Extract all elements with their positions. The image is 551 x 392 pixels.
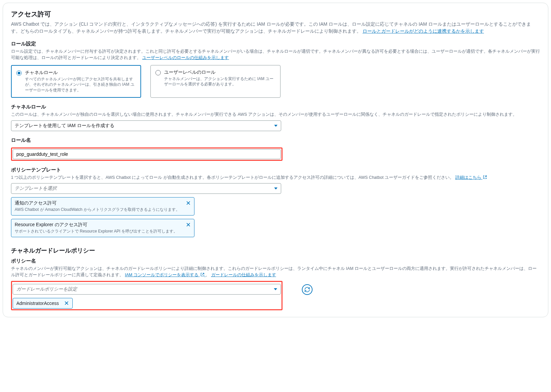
user-level-roles-link[interactable]: ユーザーレベルのロールの仕組みを示します xyxy=(142,55,229,60)
radio-icon xyxy=(16,70,22,76)
policy-template-link-text: 詳細はこちら xyxy=(455,175,481,180)
policy-template-placeholder: テンプレートを選択 xyxy=(15,185,57,191)
guardrail-token-admin-access: AdministratorAccess ✕ xyxy=(13,298,73,309)
channel-role-title: チャネルロール xyxy=(11,104,540,110)
guardrail-placeholder: ガードレールポリシーを設定 xyxy=(16,286,77,292)
policy-token-desc: AWS Chatbot が Amazon CloudWatch からメトリクスグ… xyxy=(15,207,180,213)
policy-template-select[interactable]: テンプレートを選択 xyxy=(11,183,281,194)
channel-role-select-value: テンプレートを使用して IAM ロールを作成する xyxy=(15,123,114,129)
guardrail-highlight: ガードレールポリシーを設定 AdministratorAccess ✕ xyxy=(11,281,283,310)
role-setting-title: ロール設定 xyxy=(11,41,540,47)
policy-name-label: ポリシー名 xyxy=(11,258,540,264)
role-name-title: ロール名 xyxy=(11,137,540,143)
iam-console-policies-link[interactable]: IAM コンソールでポリシーを表示する xyxy=(125,273,205,277)
role-setting-desc: ロール設定では、チャネルメンバーに付与する許可が決定されます。これと同じ許可を必… xyxy=(11,48,540,61)
access-permissions-desc: AWS Chatbot では、アクション (CLI コマンドの実行と、インタラク… xyxy=(11,21,540,35)
guardrail-policy-title: チャネルガードレールポリシー xyxy=(11,247,540,255)
policy-token-resource-explorer: Resource Explorer のアクセス許可 サポートされているクライアン… xyxy=(11,219,194,237)
user-level-role-radio[interactable]: ユーザーレベルのロール チャネルメンバーは、アクションを実行するために IAM … xyxy=(150,65,281,98)
access-permissions-title: アクセス許可 xyxy=(11,10,540,19)
close-icon[interactable]: ✕ xyxy=(186,200,191,206)
guardrail-desc: チャネルのメンバーが実行可能なアクションは、チャネルのガードレールポリシーにより… xyxy=(11,266,540,278)
radio-icon xyxy=(155,70,161,75)
policy-token-desc: サポートされているクライアントで Resource Explorer API を… xyxy=(15,229,177,234)
policy-template-desc: 1 つ以上のポリシーテンプレートを選択すると、AWS Chatbot によってロ… xyxy=(11,174,540,181)
policy-token-title: Resource Explorer のアクセス許可 xyxy=(15,222,177,228)
chevron-down-icon xyxy=(274,187,278,189)
channel-role-select[interactable]: テンプレートを使用して IAM ロールを作成する xyxy=(11,120,281,131)
roles-guardrails-link[interactable]: ロールとガードレールがどのように連携するかを示します xyxy=(363,28,484,34)
user-level-role-radio-desc: チャネルメンバーは、アクションを実行するために IAM ユーザーロールを選択する… xyxy=(164,76,276,87)
user-level-role-radio-title: ユーザーレベルのロール xyxy=(164,69,276,75)
guardrail-mechanism-link[interactable]: ガードレールの仕組みを示します xyxy=(211,273,276,277)
policy-token-title: 通知のアクセス許可 xyxy=(15,200,180,206)
policy-template-details-link[interactable]: 詳細はこちら xyxy=(455,175,487,180)
channel-role-radio-desc: すべてのチャネルメンバーが同じアクセス許可を共有しますが、それぞれのチャネルメン… xyxy=(25,76,136,93)
refresh-icon xyxy=(304,287,310,293)
role-setting-desc-text: ロール設定では、チャネルメンバーに付与する許可が決定されます。これと同じ許可を必… xyxy=(11,49,540,60)
chevron-down-icon xyxy=(274,125,278,127)
policy-template-title: ポリシーテンプレート xyxy=(11,167,540,173)
refresh-button[interactable] xyxy=(302,284,313,295)
channel-role-desc: このロールは、チャネルメンバーが独自のロールを選択しない場合に使用されます。チャ… xyxy=(11,111,540,118)
channel-role-radio-title: チャネルロール xyxy=(25,70,136,76)
close-icon[interactable]: ✕ xyxy=(186,222,191,228)
role-setting-radio-group: チャネルロール すべてのチャネルメンバーが同じアクセス許可を共有しますが、それぞ… xyxy=(11,65,540,98)
role-name-input[interactable] xyxy=(13,149,281,159)
policy-template-desc-text: 1 つ以上のポリシーテンプレートを選択すると、AWS Chatbot によってロ… xyxy=(11,175,454,180)
policy-token-notifications: 通知のアクセス許可 AWS Chatbot が Amazon CloudWatc… xyxy=(11,197,194,216)
external-link-icon xyxy=(483,175,487,179)
iam-console-link-text: IAM コンソールでポリシーを表示する xyxy=(125,273,198,277)
channel-role-radio[interactable]: チャネルロール すべてのチャネルメンバーが同じアクセス許可を共有しますが、それぞ… xyxy=(11,65,141,98)
guardrail-token-label: AdministratorAccess xyxy=(16,301,59,306)
guardrail-policy-select[interactable]: ガードレールポリシーを設定 xyxy=(13,284,281,295)
role-name-highlight xyxy=(11,147,283,161)
chevron-down-icon xyxy=(274,288,277,290)
access-permissions-panel: アクセス許可 AWS Chatbot では、アクション (CLI コマンドの実行… xyxy=(3,3,548,317)
external-link-icon xyxy=(200,273,204,277)
close-icon[interactable]: ✕ xyxy=(64,300,69,306)
separator-text: 。 xyxy=(205,273,210,277)
